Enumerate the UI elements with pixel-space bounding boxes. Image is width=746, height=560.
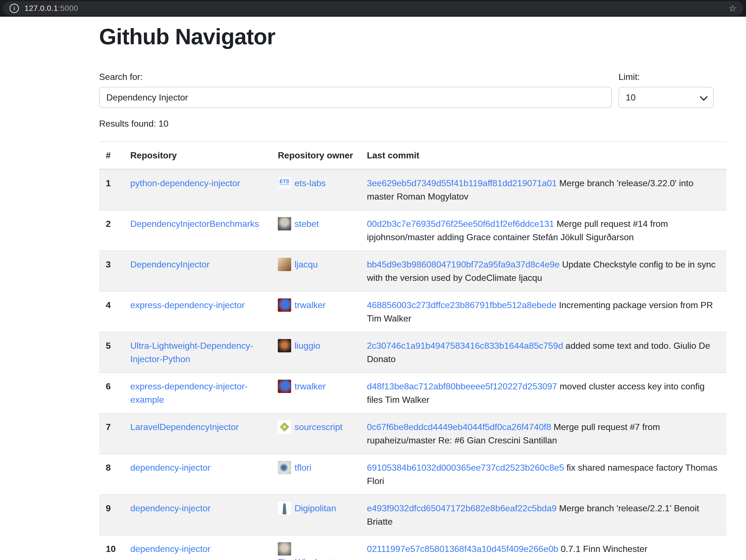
owner-avatar — [278, 339, 291, 352]
repo-link[interactable]: DependencyInjector — [130, 259, 210, 269]
commit-hash-link[interactable]: 02111997e57c85801368f43a10d45f409e266e0b — [367, 544, 558, 554]
owner-avatar — [278, 502, 291, 515]
repository-cell: python-dependency-injector — [123, 169, 271, 210]
info-icon[interactable]: i — [9, 4, 19, 13]
search-column: Search for: — [99, 70, 612, 108]
owner-avatar — [278, 380, 291, 393]
owner-cell: stebet — [271, 210, 360, 251]
commit-hash-link[interactable]: e493f9032dfcd65047172b682e8b6eaf22c5bda9 — [367, 503, 557, 513]
repo-link[interactable]: python-dependency-injector — [130, 178, 240, 188]
repository-cell: DependencyInjector — [123, 251, 271, 291]
digipolitan-building-icon — [280, 503, 289, 514]
search-form: Search for: Limit: 10 — [99, 70, 726, 108]
limit-column: Limit: 10 — [619, 70, 714, 108]
repository-cell: dependency-injector — [123, 495, 271, 535]
repo-link[interactable]: dependency-injector — [130, 463, 210, 473]
commit-hash-link[interactable]: 69105384b61032d000365ee737cd2523b260c8e5 — [367, 463, 564, 473]
owner-cell: ETSets-labs — [271, 169, 360, 210]
owner-link[interactable]: trwalker — [294, 381, 326, 391]
header-repository-owner: Repository owner — [271, 142, 360, 169]
commit-cell: 2c30746c1a91b4947583416c833b1644a85c759d… — [360, 332, 726, 373]
owner-cell: liuggio — [271, 332, 360, 373]
results-table: # Repository Repository owner Last commi… — [99, 141, 726, 560]
owner-link[interactable]: tflori — [294, 463, 311, 473]
repository-cell: express-dependency-injector-example — [123, 373, 271, 413]
repository-cell: LaravelDependencyInjector — [123, 413, 271, 454]
repository-cell: Ultra-Lightweight-Dependency-Injector-Py… — [123, 332, 271, 373]
commit-cell: d48f13be8ac712abf80bbeeee5f120227d253097… — [360, 373, 726, 413]
repo-link[interactable]: express-dependency-injector-example — [130, 381, 248, 405]
table-row: 7 LaravelDependencyInjector sourcescript… — [99, 413, 726, 454]
owner-avatar: ETS — [278, 176, 291, 190]
browser-window: i 127.0.0.1:5000 ☆ Github Navigator Sear… — [0, 0, 746, 560]
row-number: 10 — [99, 535, 123, 560]
owner-cell: sourcescript — [271, 413, 360, 454]
commit-hash-link[interactable]: bb45d9e3b98608047190bf72a95fa9a37d8c4e9e — [367, 259, 560, 269]
commit-hash-link[interactable]: 468856003c273dffce23b86791fbbe512a8ebede — [367, 300, 556, 310]
repository-cell: dependency-injector — [123, 535, 271, 560]
table-row: 1 python-dependency-injector ETSets-labs… — [99, 169, 726, 210]
repo-link[interactable]: LaravelDependencyInjector — [130, 422, 239, 432]
owner-avatar — [278, 542, 291, 556]
table-row: 4 express-dependency-injector trwalker 4… — [99, 291, 726, 332]
table-row: 9 dependency-injector Digipolitan e493f9… — [99, 495, 726, 535]
browser-address-bar[interactable]: i 127.0.0.1:5000 ☆ — [3, 1, 743, 16]
table-body: 1 python-dependency-injector ETSets-labs… — [99, 169, 726, 560]
owner-cell: FinnWinchester — [271, 535, 360, 560]
commit-hash-link[interactable]: d48f13be8ac712abf80bbeeee5f120227d253097 — [367, 381, 557, 391]
commit-hash-link[interactable]: 00d2b3c7e76935d76f25ee50f6d1f2ef6ddce131 — [367, 219, 554, 229]
repo-link[interactable]: Ultra-Lightweight-Dependency-Injector-Py… — [130, 341, 253, 364]
owner-link[interactable]: FinnWinchester — [278, 557, 340, 560]
owner-avatar — [278, 298, 291, 312]
main-content: Github Navigator Search for: Limit: 10 R… — [99, 23, 726, 560]
table-row: 2 DependencyInjectorBenchmarks stebet 00… — [99, 210, 726, 251]
row-number: 5 — [99, 332, 123, 373]
commit-cell: 3ee629eb5d7349d55f41b119aff81dd219071a01… — [360, 169, 726, 210]
table-row: 8 dependency-injector tflori 69105384b61… — [99, 454, 726, 495]
ets-logo-text: ETS — [280, 179, 289, 185]
commit-hash-link[interactable]: 2c30746c1a91b4947583416c833b1644a85c759d — [367, 341, 563, 351]
limit-select[interactable]: 10 — [619, 87, 714, 108]
owner-link[interactable]: liuggio — [294, 341, 320, 351]
repo-link[interactable]: DependencyInjectorBenchmarks — [130, 219, 259, 229]
repo-link[interactable]: dependency-injector — [130, 503, 210, 513]
header-repository: Repository — [123, 142, 271, 169]
owner-link[interactable]: sourcescript — [294, 422, 343, 432]
owner-avatar — [278, 217, 291, 231]
commit-cell: 02111997e57c85801368f43a10d45f409e266e0b… — [360, 535, 726, 560]
repo-link[interactable]: dependency-injector — [130, 544, 210, 554]
page-title: Github Navigator — [99, 23, 726, 50]
repo-link[interactable]: express-dependency-injector — [130, 300, 245, 310]
commit-cell: 00d2b3c7e76935d76f25ee50f6d1f2ef6ddce131… — [360, 210, 726, 251]
owner-cell: Digipolitan — [271, 495, 360, 535]
repository-cell: dependency-injector — [123, 454, 271, 495]
commit-cell: 69105384b61032d000365ee737cd2523b260c8e5… — [360, 454, 726, 495]
owner-link[interactable]: ets-labs — [294, 178, 326, 188]
owner-link[interactable]: stebet — [294, 219, 319, 229]
table-row: 6 express-dependency-injector-example tr… — [99, 373, 726, 413]
owner-link[interactable]: trwalker — [294, 300, 326, 310]
row-number: 2 — [99, 210, 123, 251]
owner-link[interactable]: Digipolitan — [294, 503, 336, 513]
browser-topbar: i 127.0.0.1:5000 ☆ — [0, 0, 746, 17]
bookmark-star-icon[interactable]: ☆ — [728, 4, 737, 13]
commit-cell: bb45d9e3b98608047190bf72a95fa9a37d8c4e9e… — [360, 251, 726, 291]
owner-avatar — [278, 420, 291, 434]
owner-cell: trwalker — [271, 291, 360, 332]
owner-cell: ljacqu — [271, 251, 360, 291]
url-port: :5000 — [58, 4, 78, 12]
header-last-commit: Last commit — [360, 142, 726, 169]
table-header: # Repository Repository owner Last commi… — [99, 142, 726, 169]
limit-select-wrap: 10 — [619, 87, 714, 108]
table-row: 10 dependency-injector FinnWinchester 02… — [99, 535, 726, 560]
limit-label: Limit: — [619, 70, 714, 84]
search-input[interactable] — [99, 87, 612, 108]
owner-cell: tflori — [271, 454, 360, 495]
commit-hash-link[interactable]: 3ee629eb5d7349d55f41b119aff81dd219071a01 — [367, 178, 557, 188]
row-number: 6 — [99, 373, 123, 413]
commit-hash-link[interactable]: 0c67f6be8eddcd4449eb4044f5df0ca26f4740f8 — [367, 422, 551, 432]
header-number: # — [99, 142, 123, 169]
repository-cell: DependencyInjectorBenchmarks — [123, 210, 271, 251]
owner-link[interactable]: ljacqu — [294, 259, 318, 269]
commit-cell: 0c67f6be8eddcd4449eb4044f5df0ca26f4740f8… — [360, 413, 726, 454]
